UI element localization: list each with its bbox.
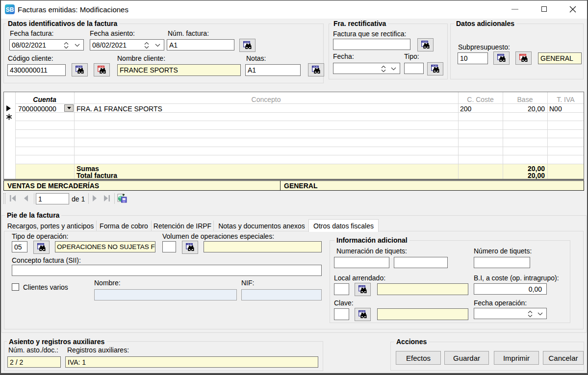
svg-text:SB: SB [6,6,14,13]
